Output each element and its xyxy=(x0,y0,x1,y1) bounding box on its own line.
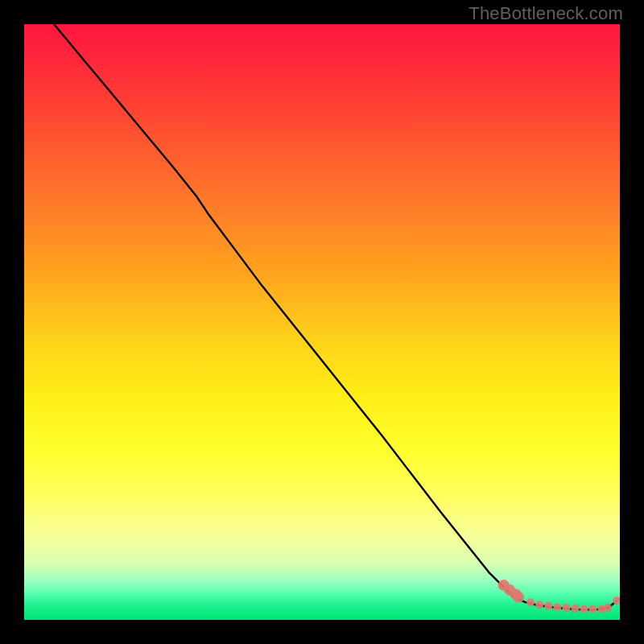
scatter-point xyxy=(553,603,561,611)
scatter-point xyxy=(589,605,597,613)
scatter-point xyxy=(572,605,580,613)
watermark-text: TheBottleneck.com xyxy=(469,3,623,24)
scatter-point xyxy=(544,602,552,610)
chart-background-gradient xyxy=(24,24,620,620)
scatter-point xyxy=(604,604,612,612)
chart-stage: TheBottleneck.com xyxy=(0,0,644,644)
scatter-point xyxy=(513,592,524,603)
scatter-point xyxy=(562,604,570,612)
chart-svg xyxy=(24,24,620,620)
chart-plot-area xyxy=(24,24,620,620)
scatter-point xyxy=(526,599,535,607)
scatter-point xyxy=(535,601,543,609)
scatter-point xyxy=(580,605,588,613)
